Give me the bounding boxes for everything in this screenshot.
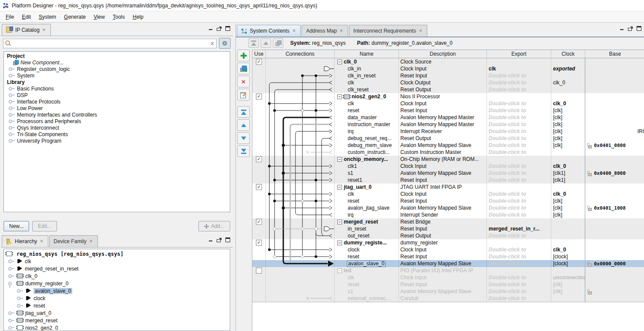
menu-edit[interactable]: Edit — [18, 13, 35, 21]
table-port-row-out-reset[interactable]: out_resetReset OutputDouble-click to — [252, 232, 644, 239]
collapse-icon[interactable] — [337, 268, 342, 273]
export-cell[interactable]: Double-click to — [487, 260, 551, 267]
connections-cell[interactable] — [266, 121, 335, 128]
move-top-button[interactable] — [237, 106, 250, 118]
close-icon[interactable] — [42, 28, 47, 32]
name-cell[interactable]: debug_mem_slave — [335, 142, 399, 149]
lock-icon[interactable] — [587, 261, 592, 266]
table-port-row-irq[interactable]: irqInterrupt ReceiverDouble-click to[clk… — [252, 128, 644, 135]
collapse-icon[interactable] — [337, 220, 342, 224]
name-cell[interactable]: clk_in_reset — [335, 72, 399, 79]
connections-cell[interactable] — [266, 79, 335, 86]
tree-expander-icon[interactable] — [17, 304, 23, 308]
hierarchy-item-nios2-gen2-0[interactable]: nios2_gen2_0 — [4, 324, 230, 331]
name-cell[interactable]: reset1 — [335, 177, 399, 184]
use-checkbox[interactable]: ✓ — [256, 156, 262, 162]
export-cell[interactable]: Double-click to — [487, 274, 551, 281]
export-cell[interactable] — [487, 93, 551, 100]
maximize-icon[interactable] — [225, 237, 230, 242]
clock-cell[interactable]: clk_0 — [551, 79, 585, 86]
export-cell[interactable] — [487, 184, 551, 191]
export-cell[interactable]: Double-click to — [487, 135, 551, 142]
base-cell[interactable] — [585, 128, 644, 135]
close-icon[interactable] — [292, 29, 296, 33]
catalog-item-new-component[interactable]: New Component... — [4, 59, 230, 66]
table-group-row-jtag-uart-0[interactable]: ✓jtag_uart_0JTAG UART Intel FPGA IP — [252, 184, 644, 191]
tree-expander-icon[interactable] — [8, 259, 15, 263]
tree-expander-icon[interactable] — [9, 87, 15, 90]
move-bottom-button[interactable] — [237, 145, 250, 157]
table-port-row-clk1[interactable]: clk1Clock InputDouble-click toclk_0 — [252, 163, 644, 170]
clock-cell[interactable] — [551, 149, 585, 156]
base-cell[interactable] — [585, 246, 644, 253]
name-cell[interactable]: clk — [335, 191, 399, 197]
clock-cell[interactable]: [clk] — [551, 128, 585, 135]
tree-expander-icon[interactable] — [9, 132, 15, 136]
export-cell[interactable]: Double-click to — [487, 177, 551, 184]
connections-cell[interactable] — [266, 232, 335, 239]
new-button[interactable]: New... — [3, 221, 29, 231]
catalog-item-qsys-interconnect[interactable]: Qsys Interconnect — [4, 124, 230, 131]
use-checkbox[interactable]: ✓ — [256, 219, 262, 225]
tree-expander-icon[interactable] — [8, 281, 15, 285]
menu-help[interactable]: Help — [129, 13, 148, 21]
export-cell[interactable]: Double-click to — [487, 72, 551, 79]
table-port-row-clk-reset[interactable]: clk_resetReset OutputDouble-click to — [252, 86, 644, 93]
table-port-row-avalon-jtag-slave[interactable]: avalon_jtag_slaveAvalon Memory Mapped Sl… — [252, 204, 644, 211]
tree-expander-icon[interactable] — [8, 267, 15, 271]
name-cell[interactable]: data_master — [335, 114, 399, 121]
base-cell[interactable]: 0x0401_1008 — [585, 204, 644, 211]
connections-cell[interactable] — [266, 86, 335, 93]
connections-cell[interactable] — [266, 156, 335, 163]
menu-tools[interactable]: Tools — [109, 13, 129, 21]
export-cell[interactable]: Double-click to — [487, 204, 551, 211]
table-group-row-dummy-registe[interactable]: ✓dummy_registe...dummy_register — [252, 239, 644, 246]
hierarchy-item-clock[interactable]: clock — [4, 294, 230, 302]
collapse-icon[interactable] — [337, 241, 342, 245]
clock-cell[interactable]: exported — [551, 65, 585, 72]
connections-cell[interactable] — [266, 239, 335, 246]
name-cell[interactable]: irq — [335, 211, 399, 218]
lock-icon[interactable] — [587, 206, 592, 211]
use-checkbox[interactable]: ✓ — [256, 94, 262, 100]
table-port-row-clock[interactable]: clockClock InputDouble-click toclk_0 — [252, 246, 644, 253]
base-cell[interactable] — [585, 267, 644, 274]
name-cell[interactable]: avalon_slave_0 — [335, 260, 399, 267]
tree-expander-icon[interactable] — [9, 100, 15, 104]
connections-cell[interactable] — [266, 274, 335, 281]
name-cell[interactable]: clk — [335, 100, 399, 107]
edit-button[interactable] — [237, 89, 250, 100]
name-cell[interactable]: reset — [335, 253, 399, 260]
connections-cell[interactable] — [266, 267, 335, 274]
lock-icon[interactable] — [587, 171, 592, 176]
clock-cell[interactable]: [clk] — [551, 197, 585, 204]
hierarchy-item-merged-reset[interactable]: merged_reset — [4, 317, 230, 324]
table-port-row-s1[interactable]: s1Avalon Memory Mapped SlaveDouble-click… — [252, 288, 644, 295]
clock-cell[interactable]: unconnected — [551, 274, 585, 281]
use-checkbox[interactable]: ✓ — [256, 59, 262, 65]
name-cell[interactable]: dummy_registe... — [335, 239, 399, 246]
export-cell[interactable] — [487, 156, 551, 163]
name-cell[interactable]: out_reset — [335, 232, 399, 239]
name-cell[interactable]: s1 — [335, 170, 399, 177]
export-cell[interactable]: Double-click to — [487, 281, 551, 288]
export-cell[interactable]: merged_reset_in_r... — [487, 225, 551, 232]
clock-cell[interactable] — [551, 295, 585, 302]
connections-cell[interactable] — [266, 211, 335, 218]
close-icon[interactable] — [419, 29, 423, 33]
catalog-item-library[interactable]: Library — [4, 79, 230, 85]
hierarchy-item-clk-0[interactable]: clk_0 — [4, 272, 230, 280]
column-header-connections[interactable]: Connections — [266, 50, 335, 58]
use-checkbox[interactable]: ✓ — [256, 184, 262, 190]
clock-cell[interactable]: [clock] — [551, 260, 585, 267]
connections-cell[interactable] — [266, 253, 335, 260]
name-cell[interactable]: merged_reset — [335, 218, 399, 225]
export-cell[interactable]: Double-click to — [487, 191, 551, 197]
name-cell[interactable]: in_reset — [335, 225, 399, 232]
scroll-top-button[interactable] — [248, 38, 259, 48]
catalog-item-memory-interfaces-and-controllers[interactable]: Memory Interfaces and Controllers — [4, 111, 230, 118]
maximize-icon[interactable] — [637, 26, 641, 31]
connections-cell[interactable] — [266, 65, 335, 72]
connections-cell[interactable] — [266, 246, 335, 253]
base-cell[interactable] — [585, 72, 644, 79]
